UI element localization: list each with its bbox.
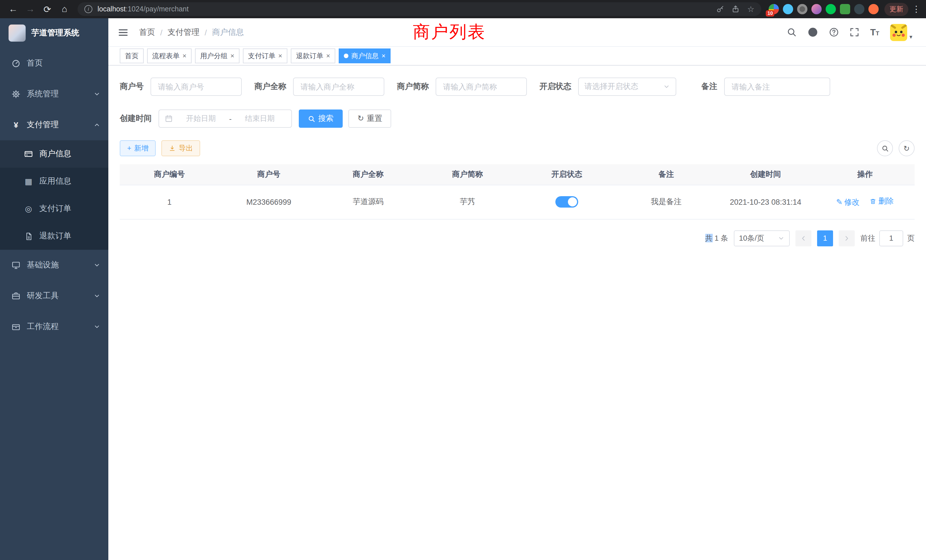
cell-short-name: 芋艿: [418, 185, 517, 219]
user-menu[interactable]: ▾: [890, 24, 912, 41]
calendar-icon: [165, 115, 173, 123]
sidebar-item-home[interactable]: 首页: [0, 48, 108, 79]
chevron-down-icon: [94, 91, 100, 97]
extension-icon-5[interactable]: [826, 4, 836, 14]
cell-id: 1: [120, 185, 219, 219]
close-icon[interactable]: ×: [230, 53, 235, 59]
document-icon: [24, 232, 33, 241]
sidebar-item-label: 商户信息: [39, 149, 71, 159]
toggle-search-button[interactable]: [877, 140, 893, 156]
top-navbar: 首页 / 支付管理 / 商户信息 TT ▾: [108, 18, 926, 47]
delete-link[interactable]: 删除: [870, 196, 894, 206]
sidebar-item-pay-order[interactable]: ◎ 支付订单: [0, 195, 108, 222]
help-icon[interactable]: [829, 27, 839, 37]
extension-icon-2[interactable]: [783, 4, 793, 14]
browser-chrome: ← → ⟳ ⌂ i localhost:1024/pay/merchant ☆ …: [0, 0, 926, 18]
app-logo[interactable]: 芋道管理系统: [0, 18, 108, 48]
sidebar-item-label: 基础设施: [27, 260, 59, 270]
key-icon[interactable]: [716, 5, 725, 13]
date-range-picker[interactable]: 开始日期 - 结束日期: [159, 109, 292, 128]
extension-icon-8[interactable]: [869, 4, 879, 14]
tab-pay-order[interactable]: 支付订单×: [243, 48, 287, 63]
browser-home-button[interactable]: ⌂: [56, 1, 73, 17]
sidebar-item-dev-tools[interactable]: 研发工具: [0, 281, 108, 311]
address-bar[interactable]: i localhost:1024/pay/merchant ☆: [77, 2, 761, 16]
merchant-short-input[interactable]: [436, 77, 527, 96]
fullscreen-icon[interactable]: [850, 27, 859, 37]
breadcrumb: 首页 / 支付管理 / 商户信息: [139, 27, 244, 37]
create-time-label: 创建时间: [120, 114, 152, 124]
merchant-no-input[interactable]: [151, 77, 242, 96]
browser-back-button[interactable]: ←: [5, 1, 22, 17]
sidebar-item-label: 首页: [27, 58, 43, 68]
merchant-name-input[interactable]: [293, 77, 384, 96]
bookmark-star-icon[interactable]: ☆: [747, 5, 754, 14]
column-header: 备注: [617, 164, 716, 185]
add-button[interactable]: + 新增: [120, 140, 156, 156]
sidebar-item-label: 应用信息: [39, 176, 71, 186]
grid-icon: ▦: [24, 177, 33, 186]
font-size-icon[interactable]: TT: [870, 28, 879, 37]
extension-icon-4[interactable]: [811, 4, 822, 14]
reset-button[interactable]: ↻ 重置: [348, 109, 392, 128]
breadcrumb-separator: /: [160, 28, 162, 37]
payment-submenu: 商户信息 ▦ 应用信息 ◎ 支付订单 退款订单: [0, 140, 108, 250]
status-select[interactable]: 请选择开启状态: [578, 77, 676, 96]
sidebar-item-merchant-info[interactable]: 商户信息: [0, 140, 108, 168]
sidebar-item-refund-order[interactable]: 退款订单: [0, 222, 108, 250]
cell-actions: ✎ 修改 删除: [816, 185, 915, 219]
current-page[interactable]: 1: [817, 230, 833, 246]
extension-icon-6[interactable]: [840, 4, 850, 14]
close-icon[interactable]: ×: [381, 53, 386, 59]
search-button[interactable]: 搜索: [299, 109, 343, 128]
extension-icon-3[interactable]: [797, 4, 807, 14]
browser-forward-button[interactable]: →: [22, 1, 39, 17]
extension-icon-1[interactable]: 10: [769, 4, 779, 14]
remark-input[interactable]: [724, 77, 830, 96]
browser-update-button[interactable]: 更新: [884, 3, 908, 16]
export-button[interactable]: 导出: [162, 140, 200, 156]
edit-link[interactable]: ✎ 修改: [836, 197, 860, 207]
sidebar-item-workflow[interactable]: 工作流程: [0, 311, 108, 342]
url-text: localhost:1024/pay/merchant: [97, 5, 716, 13]
sidebar-item-infrastructure[interactable]: 基础设施: [0, 250, 108, 281]
info-icon[interactable]: i: [85, 5, 92, 13]
close-icon[interactable]: ×: [326, 53, 330, 59]
browser-menu-icon[interactable]: ⋮: [911, 4, 921, 14]
sidebar-item-system[interactable]: 系统管理: [0, 79, 108, 109]
extension-icon-7[interactable]: [854, 4, 864, 14]
filter-row-1: 商户号 商户全称 商户简称 开启状态 请选择开启状态: [120, 77, 915, 96]
close-icon[interactable]: ×: [278, 53, 282, 59]
sidebar-item-app-info[interactable]: ▦ 应用信息: [0, 168, 108, 195]
tab-process-form[interactable]: 流程表单×: [147, 48, 192, 63]
search-icon: [308, 115, 315, 122]
share-icon[interactable]: [732, 5, 740, 13]
column-header: 商户编号: [120, 164, 219, 185]
breadcrumb-home[interactable]: 首页: [139, 27, 155, 37]
sidebar-menu: 首页 系统管理 ¥ 支付管理 商户信息: [0, 48, 108, 342]
page-size-select[interactable]: 10条/页: [734, 230, 790, 246]
end-date-placeholder: 结束日期: [234, 114, 286, 124]
status-toggle[interactable]: [555, 196, 578, 207]
column-header: 商户号: [219, 164, 319, 185]
refresh-icon: ↻: [357, 115, 364, 123]
next-page-button[interactable]: [839, 230, 855, 246]
sidebar-item-label: 研发工具: [27, 291, 59, 301]
tab-merchant-info[interactable]: 商户信息×: [339, 48, 390, 63]
github-icon[interactable]: [807, 27, 818, 38]
tab-user-group[interactable]: 用户分组×: [195, 48, 239, 63]
browser-reload-button[interactable]: ⟳: [39, 1, 56, 17]
goto-page-input[interactable]: [879, 230, 903, 246]
sidebar-item-payment[interactable]: ¥ 支付管理: [0, 109, 108, 140]
search-icon[interactable]: [787, 27, 797, 37]
tab-refund-order[interactable]: 退款订单×: [291, 48, 335, 63]
chevron-down-icon: [778, 235, 785, 242]
breadcrumb-payment[interactable]: 支付管理: [168, 27, 200, 37]
tab-home[interactable]: 首页: [120, 48, 144, 63]
collapse-sidebar-icon[interactable]: [118, 27, 129, 38]
breadcrumb-current: 商户信息: [212, 27, 244, 37]
close-icon[interactable]: ×: [183, 53, 186, 59]
gear-icon: [11, 89, 21, 98]
prev-page-button[interactable]: [796, 230, 811, 246]
refresh-table-button[interactable]: ↻: [899, 140, 915, 156]
